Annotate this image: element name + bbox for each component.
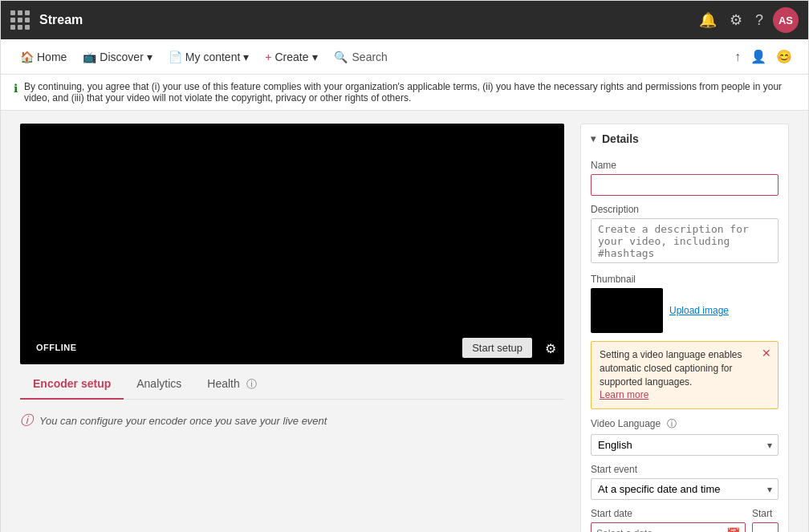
feedback-icon[interactable]: 😊 — [773, 46, 795, 67]
start-time-input[interactable]: 12:00 AM — [752, 522, 779, 532]
home-icon: 🏠 — [20, 51, 34, 63]
app-title: Stream — [39, 13, 83, 27]
alert-text: By continuing, you agree that (i) your u… — [24, 81, 795, 104]
video-area: OFFLINE Start setup ⚙ Encoder setup Anal… — [20, 124, 564, 532]
name-field-group: Name — [591, 160, 779, 196]
encoder-message-text: You can configure your encoder once you … — [39, 415, 327, 427]
create-chevron-icon: ▾ — [312, 51, 318, 63]
start-setup-button[interactable]: Start setup — [462, 338, 532, 358]
help-icon[interactable]: ? — [752, 9, 766, 32]
details-section-header[interactable]: ▾ Details — [581, 124, 788, 153]
details-section-label: Details — [602, 132, 639, 145]
caption-learn-more-link[interactable]: Learn more — [600, 389, 648, 400]
upload-icon[interactable]: ↑ — [731, 47, 744, 67]
video-language-select-wrapper: English ▾ — [591, 434, 779, 456]
nav-create-label: Create — [275, 51, 309, 63]
video-language-select[interactable]: English — [591, 434, 779, 456]
info-icon: ℹ — [14, 82, 18, 95]
search-icon: 🔍 — [334, 51, 348, 63]
details-section: ▾ Details Name Description — [581, 124, 788, 532]
tab-health-help-icon[interactable]: ⓘ — [246, 378, 257, 390]
start-event-field-group: Start event At a specific date and time … — [591, 464, 779, 500]
nav-search[interactable]: 🔍 Search — [327, 47, 394, 67]
start-time-field: Start 12:00 AM — [752, 508, 779, 532]
caption-banner: Setting a video language enables automat… — [591, 341, 779, 409]
start-event-label: Start event — [591, 464, 779, 475]
nav-home[interactable]: 🏠 Home — [14, 47, 73, 67]
encoder-message: ⓘ You can configure your encoder once yo… — [20, 400, 564, 442]
nav-discover-label: Discover — [100, 51, 143, 63]
my-content-chevron-icon: ▾ — [243, 51, 249, 63]
thumbnail-row: Upload image — [591, 288, 779, 333]
video-language-label: Video Language ⓘ — [591, 417, 779, 431]
offline-badge: OFFLINE — [30, 340, 83, 355]
video-language-help-icon[interactable]: ⓘ — [667, 418, 677, 429]
nav-home-label: Home — [37, 51, 67, 63]
navbar-right-icons: ↑ 👤 😊 — [731, 46, 795, 67]
start-date-input-wrap: 📅 — [591, 522, 746, 532]
start-date-input[interactable] — [592, 524, 722, 532]
alert-bar: ℹ By continuing, you agree that (i) your… — [1, 75, 808, 111]
tab-health[interactable]: Health ⓘ — [194, 371, 269, 400]
caption-close-icon[interactable]: ✕ — [762, 347, 771, 359]
start-date-label: Start date — [591, 508, 746, 519]
nav-my-content-label: My content — [185, 51, 240, 63]
thumbnail-preview — [591, 288, 663, 333]
video-player: OFFLINE Start setup ⚙ — [20, 124, 564, 364]
start-time-label: Start — [752, 508, 779, 519]
thumbnail-field-group: Thumbnail Upload image — [591, 274, 779, 333]
search-label: Search — [352, 51, 388, 63]
nav-create[interactable]: + Create ▾ — [258, 47, 323, 67]
name-label: Name — [591, 160, 779, 171]
nav-my-content[interactable]: 📄 My content ▾ — [162, 47, 255, 67]
navbar: 🏠 Home 📺 Discover ▾ 📄 My content ▾ + Cre… — [1, 39, 808, 75]
apps-grid-icon[interactable] — [10, 10, 30, 30]
main-content: OFFLINE Start setup ⚙ Encoder setup Anal… — [1, 111, 808, 532]
start-event-select[interactable]: At a specific date and time — [591, 478, 779, 500]
discover-icon: 📺 — [83, 51, 96, 63]
caption-message: Setting a video language enables automat… — [600, 349, 742, 388]
my-content-icon: 📄 — [169, 51, 182, 63]
encoder-info-icon: ⓘ — [20, 412, 33, 429]
calendar-icon[interactable]: 📅 — [722, 523, 745, 532]
name-input[interactable] — [591, 174, 779, 196]
details-content: Name Description Thumbnail Upload image — [581, 153, 788, 532]
user-icon[interactable]: 👤 — [747, 46, 770, 67]
create-plus-icon: + — [265, 51, 271, 63]
nav-discover[interactable]: 📺 Discover ▾ — [76, 47, 158, 67]
description-textarea[interactable] — [591, 218, 779, 263]
bell-icon[interactable]: 🔔 — [696, 8, 720, 32]
tab-health-label: Health — [207, 377, 239, 390]
video-settings-icon[interactable]: ⚙ — [545, 341, 556, 356]
date-time-row: Start date 📅 Start 12:00 AM — [591, 508, 779, 532]
topbar: Stream 🔔 ⚙ ? AS — [1, 1, 808, 39]
tab-bar: Encoder setup Analytics Health ⓘ — [20, 371, 564, 400]
tab-encoder-setup-label: Encoder setup — [33, 377, 111, 390]
details-panel: ▾ Details Name Description — [580, 124, 789, 532]
start-date-field: Start date 📅 — [591, 508, 746, 532]
description-label: Description — [591, 204, 779, 215]
avatar[interactable]: AS — [773, 7, 799, 33]
thumbnail-label: Thumbnail — [591, 274, 779, 285]
start-event-select-wrapper: At a specific date and time ▾ — [591, 478, 779, 500]
topbar-right: 🔔 ⚙ ? AS — [696, 7, 799, 33]
settings-icon[interactable]: ⚙ — [726, 8, 746, 32]
video-language-field-group: Video Language ⓘ English ▾ — [591, 417, 779, 456]
tab-encoder-setup[interactable]: Encoder setup — [20, 371, 124, 400]
tab-analytics[interactable]: Analytics — [124, 371, 194, 400]
upload-image-link[interactable]: Upload image — [669, 305, 729, 316]
caption-text: Setting a video language enables automat… — [600, 348, 770, 402]
description-field-group: Description — [591, 204, 779, 266]
details-chevron-icon: ▾ — [591, 133, 596, 144]
tab-analytics-label: Analytics — [136, 377, 181, 390]
discover-chevron-icon: ▾ — [147, 51, 152, 63]
